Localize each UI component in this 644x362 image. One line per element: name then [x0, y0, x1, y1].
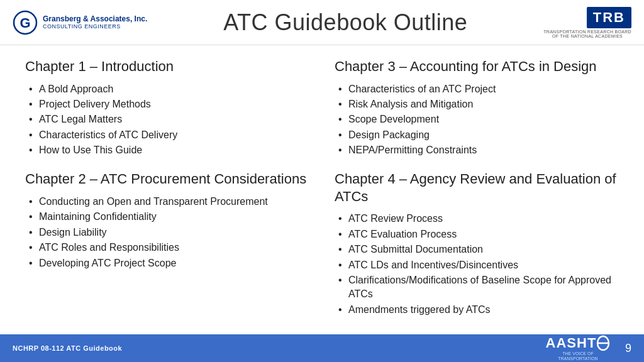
company-logo-icon: G [13, 10, 38, 35]
list-item: Conducting an Open and Transparent Procu… [25, 194, 309, 209]
list-item: Characteristics of an ATC Project [335, 82, 619, 97]
svg-text:G: G [19, 15, 30, 31]
list-item: Design Liability [25, 225, 309, 240]
list-item: Characteristics of ATC Delivery [25, 128, 309, 143]
header: G Gransberg & Associates, Inc. CONSULTIN… [0, 0, 644, 45]
list-item: Design Packaging [335, 128, 619, 143]
main-content: Chapter 1 – Introduction A Bold Approach… [0, 45, 644, 334]
list-item: Scope Development [335, 112, 619, 127]
trb-logo: TRB TRANSPORTATION RESEARCH BOARDOF THE … [543, 7, 631, 38]
list-item: NEPA/Permitting Constraints [335, 143, 619, 158]
chapter1-title: Chapter 1 – Introduction [25, 58, 309, 75]
list-item: Amendments triggered by ATCs [335, 302, 619, 317]
list-item: Maintaining Confidentiality [25, 209, 309, 224]
list-item: ATC Submittal Documentation [335, 242, 619, 257]
chapter3-list: Characteristics of an ATC Project Risk A… [335, 82, 619, 158]
left-column: Chapter 1 – Introduction A Bold Approach… [25, 58, 309, 328]
chapter2-list: Conducting an Open and Transparent Procu… [25, 194, 309, 271]
list-item: Project Delivery Methods [25, 97, 309, 112]
logo-text: Gransberg & Associates, Inc. CONSULTING … [43, 14, 147, 30]
list-item: ATC Review Process [335, 211, 619, 226]
aashto-logo: AASHT THE VOICE OF TRANSPORTATION [543, 335, 613, 362]
list-item: ATC LDs and Incentives/Disincentives [335, 258, 619, 273]
list-item: ATC Legal Matters [25, 112, 309, 127]
company-name: Gransberg & Associates, Inc. [43, 14, 147, 23]
footer-right: AASHT THE VOICE OF TRANSPORTATION 9 [543, 335, 631, 362]
aashto-letters: AASHT [546, 335, 597, 351]
chapter1-list: A Bold Approach Project Delivery Methods… [25, 82, 309, 158]
trb-subtitle: TRANSPORTATION RESEARCH BOARDOF THE NATI… [543, 30, 631, 38]
list-item: Clarifications/Modifications of Baseline… [335, 273, 619, 302]
company-subtitle: CONSULTING ENGINEERS [43, 23, 147, 30]
list-item: ATC Evaluation Process [335, 227, 619, 242]
trb-badge: TRB [587, 7, 631, 28]
list-item: Risk Analysis and Mitigation [335, 97, 619, 112]
chapter3-title: Chapter 3 – Accounting for ATCs in Desig… [335, 58, 619, 75]
chapter2-title: Chapter 2 – ATC Procurement Consideratio… [25, 170, 309, 188]
list-item: Developing ATC Project Scope [25, 256, 309, 271]
chapter4-list: ATC Review Process ATC Evaluation Proces… [335, 211, 619, 317]
list-item: A Bold Approach [25, 82, 309, 97]
list-item: How to Use This Guide [25, 143, 309, 158]
logo-area: G Gransberg & Associates, Inc. CONSULTIN… [13, 10, 147, 35]
right-column: Chapter 3 – Accounting for ATCs in Desig… [335, 58, 619, 328]
page-title: ATC Guidebook Outline [223, 9, 467, 36]
footer: NCHRP 08-112 ATC Guidebook AASHT THE VOI… [0, 334, 644, 362]
chapter4-title: Chapter 4 – Agency Review and Evaluation… [335, 170, 619, 205]
page-number: 9 [625, 342, 631, 355]
aashto-o-icon [596, 335, 610, 351]
list-item: ATC Roles and Responsibilities [25, 240, 309, 255]
footer-label: NCHRP 08-112 ATC Guidebook [13, 344, 122, 352]
aashto-subtitle: THE VOICE OF TRANSPORTATION [543, 351, 613, 362]
